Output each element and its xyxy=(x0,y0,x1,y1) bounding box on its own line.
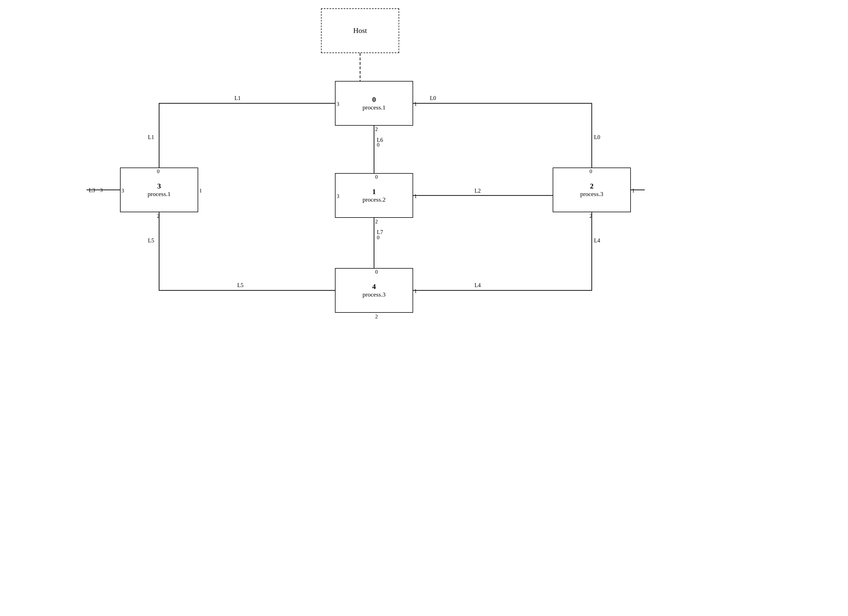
port-L3-3: 3 xyxy=(100,187,103,193)
port-n1-bottom: 2 xyxy=(375,219,378,225)
node-3-label: process.1 xyxy=(148,190,170,198)
node-2-label: process.3 xyxy=(580,190,603,198)
node-1: 1 process.2 xyxy=(335,173,413,218)
node-0-id: 0 xyxy=(372,95,376,104)
port-n3-top: 0 xyxy=(157,168,160,175)
link-label-L5-h: L5 xyxy=(237,282,243,288)
port-n3-right: 1 xyxy=(199,188,202,194)
node-0: 0 process.1 xyxy=(335,81,413,126)
node-1-label: process.2 xyxy=(363,196,385,203)
link-label-L0-v: L0 xyxy=(594,134,600,141)
port-n2-top: 0 xyxy=(590,168,592,175)
port-n1-top: 0 xyxy=(375,174,378,180)
port-n3-left: 3 xyxy=(122,188,124,194)
port-n4-top: 0 xyxy=(375,269,378,275)
port-n3-bottom: 2 xyxy=(157,213,160,219)
diagram: Host 0 0 process.1 3 1 2 L1 L0 L6 0 3 pr… xyxy=(0,0,848,616)
link-label-L2: L2 xyxy=(474,188,481,194)
link-label-L5-v: L5 xyxy=(148,237,154,244)
connections-svg xyxy=(0,0,848,616)
link-label-L1-v: L1 xyxy=(148,134,154,141)
link-label-L0-h: L0 xyxy=(430,95,436,101)
port-n0-right: 1 xyxy=(414,101,417,107)
port-n2-bottom: 2 xyxy=(590,213,592,219)
node-4-id: 4 xyxy=(372,283,376,291)
node-3-id: 3 xyxy=(157,182,161,190)
port-n2-right: 1 xyxy=(632,188,635,194)
node-2-id: 2 xyxy=(590,182,594,190)
port-n0-bottom: 2 xyxy=(375,126,378,132)
link-label-L4-h: L4 xyxy=(474,282,481,288)
node-0-label: process.1 xyxy=(363,104,385,111)
host-label: Host xyxy=(353,27,367,35)
node-1-id: 1 xyxy=(372,188,376,196)
link-label-L1-h: L1 xyxy=(234,95,241,101)
port-n1-right: 1 xyxy=(414,193,417,199)
host-node: Host xyxy=(321,8,399,53)
port-n4-bottom: 2 xyxy=(375,313,378,320)
node-4: 4 process.3 xyxy=(335,268,413,313)
port-n4-right-L4: 1 xyxy=(414,288,417,294)
node-4-label: process.3 xyxy=(363,291,385,298)
port-n1-left: 3 xyxy=(337,193,339,199)
port-n0-left: 3 xyxy=(337,101,339,107)
link-label-L4-v: L4 xyxy=(594,237,600,244)
port-L6-top-0: 0 xyxy=(377,142,380,148)
link-label-L3: L3 xyxy=(89,187,95,193)
port-L7-bottom: 0 xyxy=(377,235,380,241)
